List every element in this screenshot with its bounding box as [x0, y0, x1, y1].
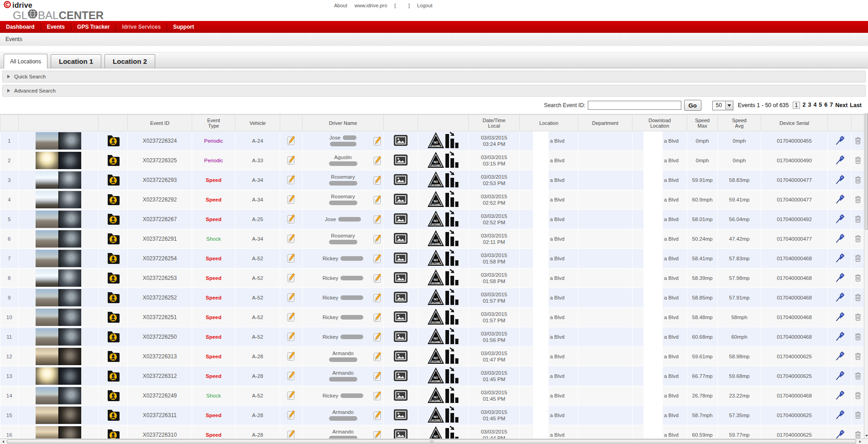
photo-icon[interactable]	[394, 331, 408, 342]
page-number[interactable]: 4	[813, 102, 816, 109]
driver-folder-icon[interactable]	[105, 232, 121, 245]
nav-item-idrive-services[interactable]: Idrive Services	[116, 21, 167, 33]
driver-folder-icon[interactable]	[105, 154, 121, 166]
driver-edit-icon[interactable]	[373, 195, 382, 205]
trash-icon[interactable]	[855, 352, 861, 360]
scroll-right-arrow[interactable]	[857, 439, 863, 444]
no-score-icon[interactable]: NOSCORE	[427, 367, 459, 385]
page-number[interactable]: 6	[824, 102, 827, 109]
trash-icon[interactable]	[855, 196, 861, 203]
driver-edit-icon[interactable]	[373, 293, 382, 303]
nav-item-events[interactable]: Events	[41, 21, 71, 33]
vehicle-edit-icon[interactable]	[287, 135, 296, 145]
event-thumbnail[interactable]	[36, 328, 81, 346]
no-score-icon[interactable]: NOSCORE	[427, 288, 459, 306]
pin-icon[interactable]	[835, 194, 844, 204]
event-thumbnail[interactable]	[36, 348, 81, 365]
pin-icon[interactable]	[835, 312, 844, 322]
event-thumbnail[interactable]	[36, 426, 81, 439]
no-score-icon[interactable]: NOSCORE	[427, 406, 459, 424]
photo-icon[interactable]	[394, 390, 408, 401]
event-thumbnail[interactable]	[36, 309, 81, 326]
vehicle-edit-icon[interactable]	[287, 371, 296, 381]
no-score-icon[interactable]: NOSCORE	[427, 386, 459, 404]
photo-icon[interactable]	[394, 213, 408, 224]
driver-folder-icon[interactable]	[105, 212, 121, 225]
vehicle-edit-icon[interactable]	[287, 194, 296, 204]
tab-location-2[interactable]: Location 2	[105, 54, 155, 68]
vehicle-edit-icon[interactable]	[287, 155, 296, 165]
vertical-scrollbar[interactable]	[864, 114, 868, 439]
pin-icon[interactable]	[835, 331, 844, 341]
pin-icon[interactable]	[835, 292, 844, 302]
driver-folder-icon[interactable]	[105, 134, 121, 147]
search-event-id-input[interactable]	[588, 101, 681, 110]
quick-search-panel[interactable]: Quick Search	[2, 71, 866, 83]
pin-icon[interactable]	[835, 175, 844, 185]
driver-edit-icon[interactable]	[373, 410, 382, 420]
page-number[interactable]: 3	[808, 102, 811, 109]
driver-edit-icon[interactable]	[373, 136, 382, 146]
photo-icon[interactable]	[394, 155, 408, 165]
driver-edit-icon[interactable]	[373, 253, 382, 263]
no-score-icon[interactable]: NOSCORE	[427, 210, 459, 228]
driver-edit-icon[interactable]	[373, 430, 382, 439]
nav-item-support[interactable]: Support	[167, 21, 200, 33]
vehicle-edit-icon[interactable]	[287, 253, 296, 263]
photo-icon[interactable]	[394, 429, 408, 439]
event-thumbnail[interactable]	[36, 191, 81, 208]
event-thumbnail[interactable]	[36, 407, 81, 424]
event-thumbnail[interactable]	[36, 152, 81, 169]
no-score-icon[interactable]: NOSCORE	[427, 347, 459, 365]
logout-link[interactable]: Logout	[417, 3, 433, 8]
driver-edit-icon[interactable]	[373, 351, 382, 361]
scroll-left-arrow[interactable]	[0, 439, 6, 444]
page-number[interactable]: 5	[819, 102, 822, 109]
no-score-icon[interactable]: NOSCORE	[427, 308, 459, 326]
trash-icon[interactable]	[855, 235, 861, 243]
next-page-link[interactable]: Next	[835, 102, 847, 108]
event-thumbnail[interactable]	[36, 367, 81, 385]
photo-icon[interactable]	[394, 409, 408, 420]
no-score-icon[interactable]: NOSCORE	[427, 131, 459, 150]
driver-folder-icon[interactable]	[105, 428, 121, 439]
driver-folder-icon[interactable]	[105, 291, 121, 304]
tab-all-locations[interactable]: All Locations	[4, 54, 47, 68]
driver-edit-icon[interactable]	[373, 175, 382, 185]
pin-icon[interactable]	[835, 253, 844, 263]
trash-icon[interactable]	[855, 392, 861, 399]
photo-icon[interactable]	[394, 233, 408, 244]
driver-edit-icon[interactable]	[373, 312, 382, 322]
about-link[interactable]: About	[334, 3, 347, 8]
page-size-select[interactable]: 50	[712, 101, 733, 110]
pin-icon[interactable]	[835, 351, 844, 361]
photo-icon[interactable]	[394, 135, 408, 146]
driver-edit-icon[interactable]	[373, 391, 382, 401]
pin-icon[interactable]	[835, 214, 844, 224]
driver-folder-icon[interactable]	[105, 271, 121, 284]
nav-item-dashboard[interactable]: Dashboard	[0, 21, 41, 33]
last-page-link[interactable]: Last	[850, 102, 862, 108]
pin-icon[interactable]	[835, 410, 844, 420]
no-score-icon[interactable]: NOSCORE	[427, 249, 459, 267]
page-number[interactable]: 1	[793, 102, 800, 109]
vehicle-edit-icon[interactable]	[287, 233, 296, 243]
advanced-search-panel[interactable]: Advanced Search	[2, 85, 866, 97]
photo-icon[interactable]	[394, 272, 408, 283]
page-number[interactable]: 2	[802, 102, 805, 109]
driver-edit-icon[interactable]	[373, 332, 382, 342]
no-score-icon[interactable]: NOSCORE	[427, 425, 459, 439]
driver-folder-icon[interactable]	[105, 173, 121, 186]
driver-folder-icon[interactable]	[105, 408, 121, 421]
driver-edit-icon[interactable]	[373, 234, 382, 244]
trash-icon[interactable]	[855, 215, 861, 223]
page-number[interactable]: 7	[830, 102, 833, 109]
event-thumbnail[interactable]	[36, 250, 81, 267]
driver-edit-icon[interactable]	[373, 273, 382, 283]
photo-icon[interactable]	[394, 174, 408, 185]
event-thumbnail[interactable]	[36, 230, 81, 248]
vehicle-edit-icon[interactable]	[287, 273, 296, 283]
vehicle-edit-icon[interactable]	[287, 351, 296, 361]
driver-folder-icon[interactable]	[105, 252, 121, 264]
pin-icon[interactable]	[835, 233, 844, 243]
